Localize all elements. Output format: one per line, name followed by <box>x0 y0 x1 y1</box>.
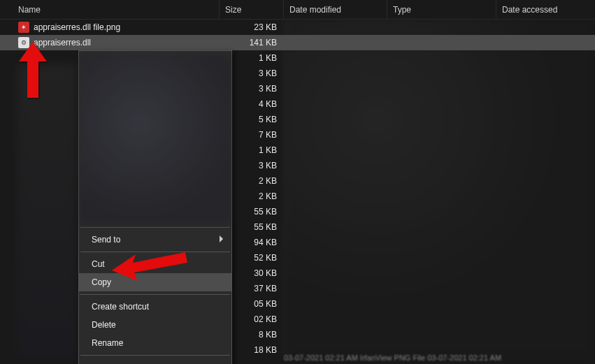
menu-item-label: Delete <box>92 320 116 330</box>
column-header-access[interactable]: Date accessed <box>496 0 594 19</box>
menu-item-label: Send to <box>92 235 120 245</box>
obscured-footer-text: 03-07-2021 02:21 AM IrfanView PNG File 0… <box>284 354 501 362</box>
menu-item-label: Rename <box>92 338 123 348</box>
menu-separator <box>80 227 230 228</box>
menu-item-label: Copy <box>92 277 111 287</box>
menu-item-cut[interactable]: Cut <box>79 255 231 273</box>
file-name: appraiserres.dll <box>34 38 91 48</box>
menu-item-properties[interactable]: Properties <box>79 358 231 364</box>
obscured-columns-panel <box>284 20 594 355</box>
table-row[interactable]: ⚙ appraiserres.dll 141 KB <box>0 35 595 50</box>
file-explorer: Name Size Date modified Type Date access… <box>0 0 595 364</box>
png-file-icon: ✶ <box>18 22 29 33</box>
chevron-right-icon <box>220 235 223 242</box>
dll-file-icon: ⚙ <box>18 37 29 48</box>
context-menu: Send to Cut Copy Create shortcut Delete … <box>78 50 232 364</box>
column-header-date[interactable]: Date modified <box>284 0 387 19</box>
menu-item-delete[interactable]: Delete <box>79 316 231 334</box>
menu-separator <box>80 294 230 295</box>
column-headers: Name Size Date modified Type Date access… <box>0 0 595 20</box>
file-list: ✶ appraiserres.dll file.png 23 KB ⚙ appr… <box>0 20 595 50</box>
menu-item-copy[interactable]: Copy <box>79 273 231 291</box>
menu-item-label: Create shortcut <box>92 302 149 312</box>
file-size: 141 KB <box>220 35 284 50</box>
menu-separator <box>80 355 230 356</box>
table-row[interactable]: ✶ appraiserres.dll file.png 23 KB <box>0 20 595 35</box>
file-name: appraiserres.dll file.png <box>34 22 120 32</box>
column-header-size[interactable]: Size <box>220 0 284 19</box>
file-size: 23 KB <box>220 20 284 35</box>
context-menu-obscured-items <box>80 55 230 224</box>
column-header-type[interactable]: Type <box>387 0 496 19</box>
menu-item-create-shortcut[interactable]: Create shortcut <box>79 298 231 316</box>
menu-item-label: Cut <box>92 259 105 269</box>
menu-item-send-to[interactable]: Send to <box>79 231 231 249</box>
column-header-name[interactable]: Name <box>0 0 220 19</box>
menu-item-rename[interactable]: Rename <box>79 334 231 352</box>
menu-separator <box>80 252 230 252</box>
